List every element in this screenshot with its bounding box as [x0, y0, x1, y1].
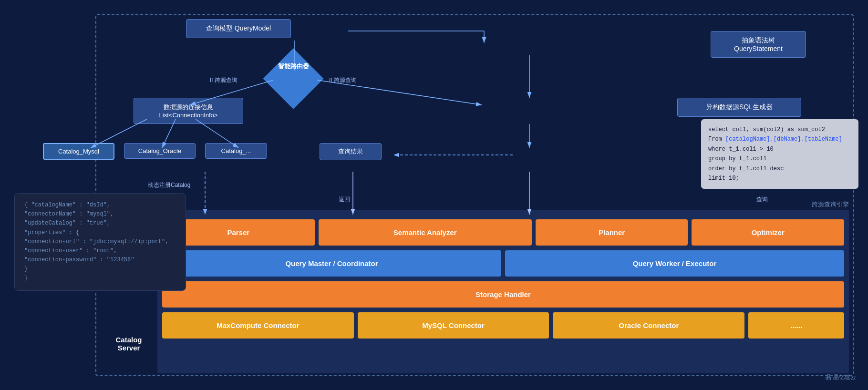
query-worker-box: Query Worker / Executor	[505, 250, 844, 277]
conn-info-label-en: List<ConnectionInfo>	[159, 112, 218, 119]
return-label: 返回	[339, 195, 350, 204]
catalog-server-box: Catalog Server	[105, 336, 153, 352]
catalog-mysql-box: Catalog_Mysql	[43, 143, 114, 160]
hetero-sql-label: 异构数据源SQL生成器	[706, 103, 773, 111]
if-label-left: If 跨源查询	[210, 76, 238, 84]
watermark: 品 品亿速云	[826, 373, 856, 381]
cross-source-label: 跨源查询引擎	[812, 200, 849, 209]
json-code-block: { "catalogName" : "dsId", "connectorName…	[14, 193, 186, 291]
optimizer-box: Optimizer	[692, 219, 844, 246]
more-connectors-box: ......	[748, 312, 844, 339]
query-master-box: Query Master / Coordinator	[162, 250, 501, 277]
sql-code-block: select col1, sum(col2) as sum_col2 From …	[701, 119, 858, 189]
ast-label-en: QueryStatement	[734, 45, 783, 52]
maxcompute-box: MaxCompute Connector	[162, 312, 354, 339]
hetero-sql-box: 异构数据源SQL生成器	[677, 98, 801, 117]
conn-info-label-zh: 数据源的连接信息	[164, 103, 213, 111]
semantic-analyzer-box: Semantic Analyzer	[319, 219, 532, 246]
if-label-right: If 跨源查询	[329, 76, 357, 84]
query-label: 查询	[756, 195, 768, 204]
watermark-icon: 品	[826, 373, 831, 381]
query-result-box: 查询结果	[320, 143, 382, 160]
catalog-dots-box: Catalog_...	[205, 143, 267, 159]
conn-info-box: 数据源的连接信息 List<ConnectionInfo>	[134, 98, 243, 124]
ast-label-zh: 抽象语法树	[742, 36, 775, 44]
row-orange-storage: Storage Handler	[162, 281, 844, 308]
mysql-connector-box: MySQL Connector	[358, 312, 549, 339]
row-blue-mid: Query Master / Coordinator Query Worker …	[162, 250, 844, 277]
row-orange-top: Parser Semantic Analyzer Planner Optimiz…	[162, 219, 844, 246]
engine-box: Parser Semantic Analyzer Planner Optimiz…	[157, 210, 849, 373]
storage-handler-box: Storage Handler	[162, 281, 844, 308]
dyn-register-label: 动态注册Catalog	[148, 181, 190, 189]
main-container: 查询模型 QueryModel 抽象语法树 QueryStatement 智能路…	[5, 5, 863, 385]
row-yellow-bottom: MaxCompute Connector MySQL Connector Ora…	[162, 312, 844, 339]
oracle-connector-box: Oracle Connector	[553, 312, 744, 339]
catalog-oracle-box: Catalog_Oracle	[124, 143, 196, 159]
query-model-box: 查询模型 QueryModel	[186, 19, 291, 38]
watermark-text: 品亿速云	[833, 373, 856, 381]
query-model-label: 查询模型 QueryModel	[206, 24, 271, 32]
ast-box: 抽象语法树 QueryStatement	[711, 31, 806, 58]
planner-box: Planner	[536, 219, 688, 246]
